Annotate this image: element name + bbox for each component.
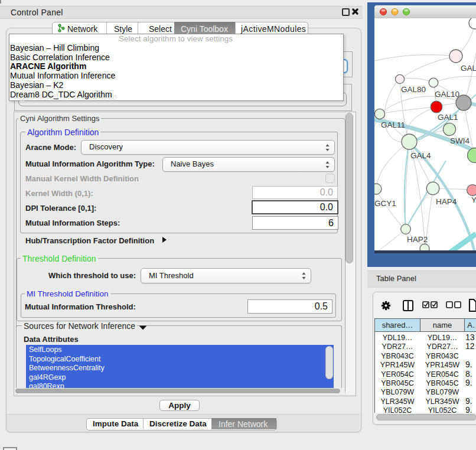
svg-text:GAL10: GAL10 (435, 90, 459, 99)
svg-text:HAP4: HAP4 (436, 197, 457, 206)
svg-text:GAL1: GAL1 (438, 113, 458, 122)
svg-text:SWI4: SWI4 (450, 136, 470, 145)
svg-text:GAL4: GAL4 (410, 151, 431, 160)
svg-text:GCY1: GCY1 (374, 199, 396, 208)
svg-text:Y: Y (471, 195, 476, 204)
svg-text:GAL80: GAL80 (401, 85, 426, 94)
svg-text:HAP2: HAP2 (407, 235, 428, 244)
svg-text:GAL7: GAL7 (461, 64, 476, 73)
svg-text:GAL11: GAL11 (381, 120, 405, 129)
